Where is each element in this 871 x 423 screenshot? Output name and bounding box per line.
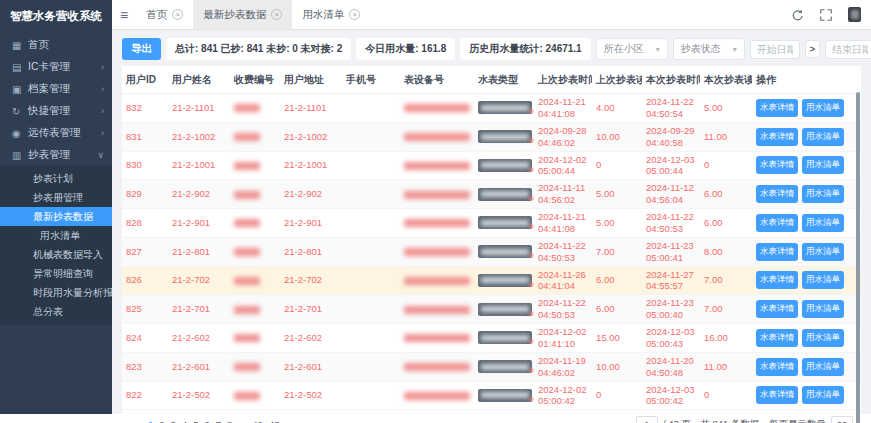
cell-user-address: 21-2-1001 — [280, 151, 342, 180]
cell-charge-no — [230, 237, 280, 266]
tab-latest-readings[interactable]: 最新抄表数据× — [193, 0, 292, 29]
water-list-button[interactable]: 用水清单 — [802, 358, 844, 376]
next-page-button[interactable]: » — [282, 417, 297, 423]
water-list-button[interactable]: 用水清单 — [802, 99, 844, 117]
page-number[interactable]: 7 — [213, 417, 224, 423]
page-number[interactable]: 2 — [156, 417, 167, 423]
prev-page-button[interactable]: « — [130, 417, 145, 423]
page-number[interactable]: 5 — [190, 417, 201, 423]
page-number[interactable]: 8 — [224, 417, 235, 423]
remote-meter-icon: ◉ — [12, 128, 28, 139]
water-list-button[interactable]: 用水清单 — [802, 214, 844, 232]
close-tab-icon[interactable]: × — [349, 9, 360, 20]
page-size-input[interactable] — [831, 416, 853, 423]
meter-detail-button[interactable]: 水表详情 — [756, 386, 798, 404]
vertical-scrollbar[interactable] — [856, 92, 860, 423]
meter-type-badge — [478, 303, 532, 316]
tab-water-list[interactable]: 用水清单× — [292, 0, 370, 29]
meter-detail-button[interactable]: 水表详情 — [756, 156, 798, 174]
meter-detail-button[interactable]: 水表详情 — [756, 271, 798, 289]
page-number[interactable]: 1 — [145, 417, 156, 423]
sidebar-item-latest-readings[interactable]: 最新抄表数据 — [0, 207, 112, 226]
table-row: 82821-2-90121-2-9012024-11-21 04:41:085.… — [122, 209, 861, 238]
page-number[interactable]: 6 — [201, 417, 212, 423]
main-area: ≡ 首页×最新抄表数据×用水清单× 导出 总计: 841 已抄: 841 未抄:… — [112, 0, 871, 414]
filter-toolbar: 导出 总计: 841 已抄: 841 未抄: 0 未对接: 2 今日用水量: 1… — [122, 38, 861, 60]
sidebar-item-mech-import[interactable]: 机械表数据导入 — [0, 245, 112, 264]
sidebar-item-ic-card[interactable]: ▤IC卡管理› — [0, 56, 112, 78]
export-button[interactable]: 导出 — [122, 38, 161, 60]
start-date-input[interactable] — [750, 40, 800, 59]
meter-detail-button[interactable]: 水表详情 — [756, 243, 798, 261]
cell-current-reading: 7.00 — [700, 295, 752, 324]
tab-home[interactable]: 首页× — [136, 0, 193, 29]
page-jump-input[interactable] — [636, 416, 658, 423]
chevron-down-icon: ∨ — [97, 150, 104, 160]
cell-phone — [342, 266, 400, 295]
water-list-button[interactable]: 用水清单 — [802, 329, 844, 347]
meter-detail-button[interactable]: 水表详情 — [756, 358, 798, 376]
page-number[interactable]: 42 — [249, 417, 266, 423]
water-list-button[interactable]: 用水清单 — [802, 243, 844, 261]
redacted-device-no — [404, 133, 470, 141]
page-number[interactable]: 3 — [168, 417, 179, 423]
sidebar-item-remote-meter[interactable]: ◉远传表管理› — [0, 122, 112, 144]
refresh-icon[interactable] — [792, 9, 804, 21]
water-list-button[interactable]: 用水清单 — [802, 386, 844, 404]
meter-detail-button[interactable]: 水表详情 — [756, 185, 798, 203]
sidebar-item-quick[interactable]: ↻快捷管理› — [0, 100, 112, 122]
cell-phone — [342, 180, 400, 209]
cell-actions: 水表详情用水清单 — [752, 209, 861, 238]
column-header: 水表类型 — [474, 66, 534, 94]
cell-meter-type — [474, 237, 534, 266]
redacted-charge-no — [234, 248, 260, 256]
water-list-button[interactable]: 用水清单 — [802, 156, 844, 174]
table-row: 82621-2-70221-2-7022024-11-26 04:41:046.… — [122, 266, 861, 295]
sidebar-item-reading-plan[interactable]: 抄表计划 — [0, 169, 112, 188]
redacted-charge-no — [234, 219, 260, 227]
date-range-separator: > — [805, 40, 820, 58]
meter-type-badge — [478, 245, 532, 258]
table-card: 用户ID用户姓名收费编号用户地址手机号表设备号水表类型上次抄表时间上次抄表读数本… — [122, 66, 861, 423]
sidebar-item-water-list[interactable]: 用水清单 — [0, 226, 112, 245]
water-list-button[interactable]: 用水清单 — [802, 271, 844, 289]
cell-phone — [342, 151, 400, 180]
sidebar-item-total-meter[interactable]: 总分表 — [0, 302, 112, 321]
cell-current-read-time: 2024-11-27 04:55:57 — [642, 266, 700, 295]
cell-user-address: 21-2-901 — [280, 209, 342, 238]
meter-detail-button[interactable]: 水表详情 — [756, 300, 798, 318]
end-date-input[interactable] — [825, 40, 871, 59]
user-avatar[interactable] — [848, 7, 861, 22]
sidebar-item-meter-reading[interactable]: ▥抄表管理∨ — [0, 144, 112, 166]
meter-reading-icon: ▥ — [12, 150, 28, 161]
page-number[interactable]: 4 — [179, 417, 190, 423]
close-tab-icon[interactable]: × — [172, 9, 183, 20]
page-number[interactable]: 43 — [266, 417, 283, 423]
water-list-button[interactable]: 用水清单 — [802, 300, 844, 318]
content-area: 导出 总计: 841 已抄: 841 未抄: 0 未对接: 2 今日用水量: 1… — [112, 30, 871, 423]
meter-detail-button[interactable]: 水表详情 — [756, 214, 798, 232]
meter-detail-button[interactable]: 水表详情 — [756, 329, 798, 347]
hamburger-icon[interactable]: ≡ — [120, 7, 128, 23]
cell-user-name: 21-2-902 — [168, 180, 230, 209]
fullscreen-icon[interactable] — [820, 9, 832, 21]
sidebar-item-reading-book[interactable]: 抄表册管理 — [0, 188, 112, 207]
readings-table: 用户ID用户姓名收费编号用户地址手机号表设备号水表类型上次抄表时间上次抄表读数本… — [122, 66, 861, 410]
sidebar-item-abnormal-query[interactable]: 异常明细查询 — [0, 264, 112, 283]
sidebar-item-period-report[interactable]: 时段用水量分析报表 — [0, 283, 112, 302]
cell-charge-no — [230, 94, 280, 123]
cell-user-address: 21-2-1101 — [280, 94, 342, 123]
community-select[interactable]: 所在小区▾ — [596, 38, 668, 60]
meter-detail-button[interactable]: 水表详情 — [756, 99, 798, 117]
water-list-button[interactable]: 用水清单 — [802, 185, 844, 203]
cell-device-no — [400, 122, 474, 151]
meter-detail-button[interactable]: 水表详情 — [756, 128, 798, 146]
sidebar-item-archive[interactable]: ▣档案管理› — [0, 78, 112, 100]
cell-last-read-time: 2024-11-22 04:50:53 — [534, 237, 592, 266]
sidebar-item-home[interactable]: ▦首页 — [0, 34, 112, 56]
close-tab-icon[interactable]: × — [271, 9, 282, 20]
column-header: 用户姓名 — [168, 66, 230, 94]
column-header: 上次抄表读数 — [592, 66, 642, 94]
water-list-button[interactable]: 用水清单 — [802, 128, 844, 146]
read-status-select[interactable]: 抄表状态▾ — [673, 38, 745, 60]
